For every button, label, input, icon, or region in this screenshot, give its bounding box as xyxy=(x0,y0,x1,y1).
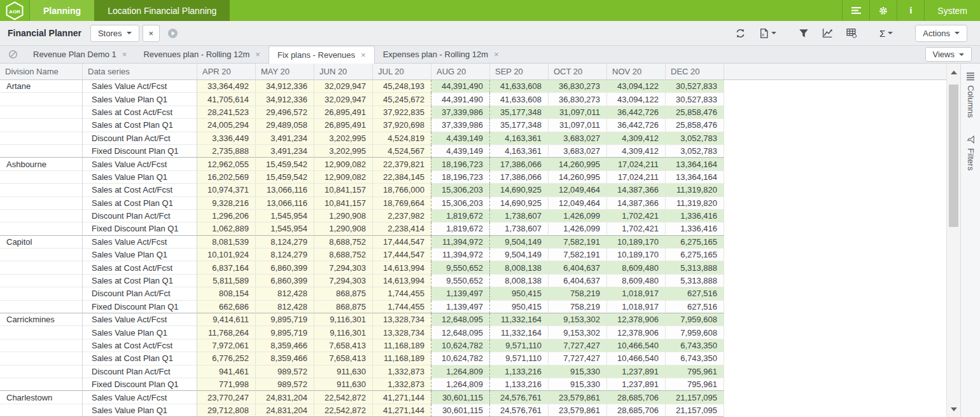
grid-cell[interactable]: 11,394,972 xyxy=(431,236,490,249)
grid-cell[interactable]: 30,527,833 xyxy=(666,80,724,93)
grid-cell[interactable]: 8,124,279 xyxy=(256,249,314,261)
grid-cell[interactable]: 28,241,523 xyxy=(197,106,256,119)
grid-cell[interactable]: 6,404,637 xyxy=(549,261,607,274)
grid-cell[interactable]: 1,426,099 xyxy=(549,210,607,222)
grid-cell[interactable]: 10,466,540 xyxy=(607,339,666,352)
chart-button[interactable] xyxy=(822,28,833,38)
grid-cell[interactable]: 23,770,247 xyxy=(197,391,256,404)
grid-cell[interactable]: 28,685,706 xyxy=(607,404,666,417)
grid-cell[interactable]: 9,328,216 xyxy=(197,197,256,210)
column-header-nov-20[interactable]: NOV 20 xyxy=(607,64,666,80)
grid-cell[interactable]: 10,101,924 xyxy=(197,249,256,261)
run-button[interactable] xyxy=(167,28,178,39)
grid-cell[interactable]: 1,336,416 xyxy=(666,210,724,222)
grid-cell[interactable]: 18,766,000 xyxy=(373,184,431,196)
column-header-oct-20[interactable]: OCT 20 xyxy=(549,64,607,80)
grid-cell[interactable]: 6,776,252 xyxy=(197,352,256,365)
grid-cell[interactable]: 1,702,421 xyxy=(607,222,666,235)
grid-cell[interactable]: 1,018,917 xyxy=(607,301,666,313)
grid-cell[interactable]: 7,658,413 xyxy=(314,352,373,365)
grid-cell[interactable]: 6,743,350 xyxy=(666,352,724,365)
grid-cell[interactable]: 15,459,542 xyxy=(256,171,314,184)
grid-cell[interactable]: 2,238,414 xyxy=(373,222,431,235)
column-header-sep-20[interactable]: SEP 20 xyxy=(490,64,549,80)
grid-cell[interactable]: 9,550,652 xyxy=(431,261,490,274)
grid-cell[interactable]: 1,738,607 xyxy=(490,210,549,222)
grid-cell[interactable]: 1,545,954 xyxy=(256,210,314,222)
grid-cell[interactable]: 10,624,782 xyxy=(431,352,490,365)
grid-cell[interactable]: 22,542,872 xyxy=(314,404,373,417)
grid-cell[interactable]: 7,972,061 xyxy=(197,339,256,352)
grid-cell[interactable]: 13,328,734 xyxy=(373,313,431,326)
grid-cell[interactable]: 37,922,835 xyxy=(373,106,431,119)
grid-cell[interactable]: 13,066,116 xyxy=(256,197,314,210)
grid-cell[interactable]: 41,271,144 xyxy=(373,404,431,417)
grid-cell[interactable]: 12,378,906 xyxy=(607,313,666,326)
grid-cell[interactable]: 18,769,664 xyxy=(373,197,431,210)
grid-cell[interactable]: 43,094,122 xyxy=(607,80,666,93)
grid-cell[interactable]: 1,332,873 xyxy=(373,378,431,391)
grid-cell[interactable]: 4,309,412 xyxy=(607,132,666,145)
grid-cell[interactable]: 1,062,889 xyxy=(197,222,256,235)
grid-cell[interactable]: 36,830,273 xyxy=(549,93,607,106)
grid-cell[interactable]: 24,831,204 xyxy=(256,391,314,404)
grid-cell[interactable]: 911,630 xyxy=(314,378,373,391)
grid-cell[interactable]: 13,066,116 xyxy=(256,184,314,196)
grid-cell[interactable]: 12,378,906 xyxy=(607,326,666,339)
grid-cell[interactable]: 2,735,888 xyxy=(197,145,256,158)
grid-cell[interactable]: 9,504,149 xyxy=(490,236,549,249)
close-scope-button[interactable]: × xyxy=(143,25,160,42)
grid-cell[interactable]: 9,153,302 xyxy=(549,326,607,339)
grid-cell[interactable]: 4,163,361 xyxy=(490,132,549,145)
grid-cell[interactable]: 3,336,449 xyxy=(197,132,256,145)
grid-cell[interactable]: 9,571,110 xyxy=(490,352,549,365)
grid-cell[interactable]: 29,496,572 xyxy=(256,106,314,119)
document-tab[interactable]: Revenue Plan Demo 1× xyxy=(25,46,135,63)
grid-cell[interactable]: 795,961 xyxy=(666,366,724,378)
filters-panel-toggle[interactable]: Filters xyxy=(966,135,976,170)
grid-cell[interactable]: 9,550,652 xyxy=(431,275,490,287)
grid-cell[interactable]: 6,743,350 xyxy=(666,339,724,352)
grid-cell[interactable]: 44,391,490 xyxy=(431,93,490,106)
grid-cell[interactable]: 627,516 xyxy=(666,287,724,300)
grid-cell[interactable]: 36,442,726 xyxy=(607,106,666,119)
grid-cell[interactable]: 30,527,833 xyxy=(666,93,724,106)
grid-cell[interactable]: 37,339,986 xyxy=(431,106,490,119)
scrollbar-thumb[interactable] xyxy=(949,85,958,227)
grid-cell[interactable]: 22,542,872 xyxy=(314,391,373,404)
tab-close-icon[interactable]: × xyxy=(494,50,499,59)
grid-cell[interactable]: 10,841,157 xyxy=(314,197,373,210)
grid-cell[interactable]: 1,744,455 xyxy=(373,287,431,300)
grid-cell[interactable]: 6,860,399 xyxy=(256,261,314,274)
filter-button[interactable] xyxy=(799,29,809,38)
grid-cell[interactable]: 32,029,947 xyxy=(314,80,373,93)
settings-gear-icon[interactable] xyxy=(869,0,897,21)
grid-cell[interactable]: 771,998 xyxy=(197,378,256,391)
grid-cell[interactable]: 36,830,273 xyxy=(549,80,607,93)
grid-cell[interactable]: 989,572 xyxy=(256,366,314,378)
grid-cell[interactable]: 868,875 xyxy=(314,301,373,313)
grid-cell[interactable]: 3,202,995 xyxy=(314,145,373,158)
grid-cell[interactable]: 1,290,908 xyxy=(314,222,373,235)
grid-cell[interactable]: 9,895,719 xyxy=(256,313,314,326)
grid-cell[interactable]: 795,961 xyxy=(666,378,724,391)
grid-cell[interactable]: 12,909,082 xyxy=(314,158,373,170)
grid-cell[interactable]: 1,264,809 xyxy=(431,378,490,391)
grid-cell[interactable]: 7,582,191 xyxy=(549,236,607,249)
grid-cell[interactable]: 23,579,861 xyxy=(549,404,607,417)
grid-cell[interactable]: 26,895,491 xyxy=(314,119,373,132)
scroll-down-arrow-icon[interactable] xyxy=(951,407,957,411)
grid-cell[interactable]: 10,974,371 xyxy=(197,184,256,196)
grid-cell[interactable]: 11,394,972 xyxy=(431,249,490,261)
grid-cell[interactable]: 8,359,466 xyxy=(256,339,314,352)
grid-cell[interactable]: 2,237,982 xyxy=(373,210,431,222)
grid-cell[interactable]: 10,189,170 xyxy=(607,249,666,261)
grid-cell[interactable]: 14,387,366 xyxy=(607,197,666,210)
grid-cell[interactable]: 8,609,480 xyxy=(607,261,666,274)
grid-cell[interactable]: 8,609,480 xyxy=(607,275,666,287)
grid-cell[interactable]: 41,705,614 xyxy=(197,93,256,106)
grid-cell[interactable]: 950,415 xyxy=(490,287,549,300)
nav-planning[interactable]: Planning xyxy=(30,0,94,21)
table-settings-button[interactable] xyxy=(846,28,857,38)
grid-cell[interactable]: 7,294,303 xyxy=(314,275,373,287)
